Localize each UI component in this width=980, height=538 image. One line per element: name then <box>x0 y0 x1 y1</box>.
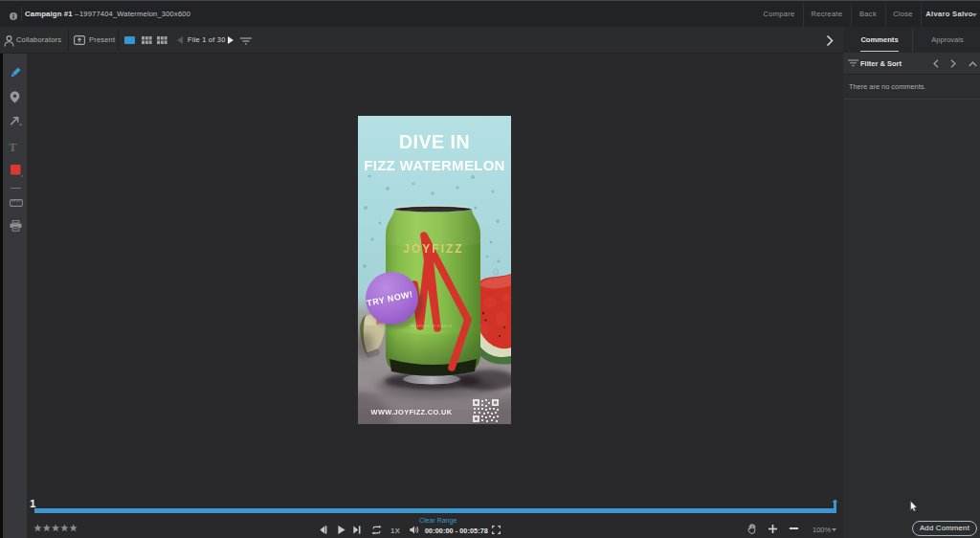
svg-text:JOYFIZZ: JOYFIZZ <box>403 242 463 256</box>
svg-text:FIZZ WATERMELON: FIZZ WATERMELON <box>364 157 505 173</box>
svg-text:WATERMELON FLAVOR: WATERMELON FLAVOR <box>409 325 452 328</box>
svg-text:WWW.JOYFIZZ.CO.UK: WWW.JOYFIZZ.CO.UK <box>371 408 453 416</box>
svg-text:DIVE IN: DIVE IN <box>399 131 470 152</box>
